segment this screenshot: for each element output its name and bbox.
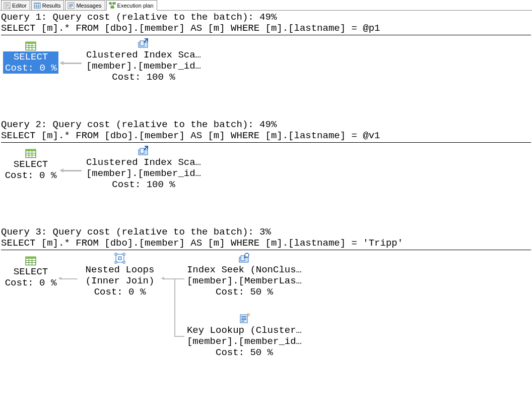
svg-rect-58 <box>241 321 244 322</box>
plan-node-seek-object: [member].[MemberLas… <box>186 275 302 286</box>
plan-node-nested-loops[interactable]: Nested Loops (Inner Join) Cost: 0 % <box>80 252 160 298</box>
plan-node-select[interactable]: SELECT Cost: 0 % <box>3 41 58 74</box>
tab-results[interactable]: Results <box>31 0 64 10</box>
plan-arrow <box>174 336 184 337</box>
query-1-sql: SELECT [m].* FROM [dbo].[member] AS [m] … <box>0 23 532 35</box>
messages-tab-icon <box>68 2 75 9</box>
clustered-index-scan-icon <box>138 145 150 157</box>
table-icon <box>25 256 36 266</box>
plan-node-scan-object: [member].[member_id… <box>86 168 202 179</box>
plan-node-select-cost: Cost: 0 % <box>3 277 58 288</box>
plan-arrow-head <box>59 168 63 172</box>
svg-rect-27 <box>140 41 144 46</box>
query-2-sql: SELECT [m].* FROM [dbo].[member] AS [m] … <box>0 130 532 142</box>
query-3-header: Query 3: Query cost (relative to the bat… <box>0 225 532 238</box>
plan-node-seek-cost: Cost: 50 % <box>186 286 302 298</box>
plan-node-nested-cost: Cost: 0 % <box>80 286 160 298</box>
plan-node-scan-label: Clustered Index Sca… <box>86 49 202 61</box>
tab-bar: Editor Results Messages <box>0 0 532 11</box>
plan-node-select-cost: Cost: 0 % <box>3 63 58 74</box>
svg-line-18 <box>110 4 112 7</box>
plan-node-index-seek[interactable]: Index Seek (NonClus… [member].[MemberLas… <box>186 252 302 298</box>
query-3-diagram: SELECT Cost: 0 % Nested Loops (Inner Joi… <box>0 252 532 376</box>
tab-execution-plan[interactable]: Execution plan <box>106 0 157 11</box>
query-3-section: Query 3: Query cost (relative to the bat… <box>0 225 532 376</box>
divider <box>1 35 531 35</box>
plan-node-select-label: SELECT <box>3 266 58 277</box>
execution-plan-pane: Query 1: Query cost (relative to the bat… <box>0 11 532 376</box>
plan-node-scan-label: Clustered Index Sca… <box>86 157 202 168</box>
svg-rect-16 <box>113 3 115 4</box>
plan-node-scan-cost: Cost: 100 % <box>86 179 202 190</box>
plan-node-lookup-object: [member].[member_id… <box>186 336 302 347</box>
svg-rect-44 <box>118 257 121 260</box>
svg-rect-54 <box>240 315 247 323</box>
plan-node-clustered-index-scan[interactable]: Clustered Index Sca… [member].[member_id… <box>86 37 202 83</box>
plan-node-select[interactable]: SELECT Cost: 0 % <box>3 256 58 288</box>
table-icon <box>25 149 36 159</box>
nested-loops-icon <box>114 252 126 264</box>
plan-node-lookup-cost: Cost: 50 % <box>186 347 302 358</box>
clustered-index-scan-icon <box>138 37 150 49</box>
plan-arrow <box>61 278 78 279</box>
svg-rect-10 <box>68 3 74 9</box>
svg-point-51 <box>245 253 249 257</box>
plan-node-select-cost: Cost: 0 % <box>3 170 58 181</box>
plan-arrow <box>63 170 82 171</box>
plan-node-select[interactable]: SELECT Cost: 0 % <box>3 149 58 181</box>
table-icon <box>25 41 36 51</box>
query-1-header: Query 1: Query cost (relative to the bat… <box>0 11 532 23</box>
svg-rect-15 <box>109 3 111 4</box>
key-lookup-icon <box>238 313 250 325</box>
svg-rect-6 <box>34 3 40 4</box>
svg-rect-36 <box>140 148 144 153</box>
plan-node-nested-sub: (Inner Join) <box>80 275 160 286</box>
query-1-diagram: SELECT Cost: 0 % Clustered Index Sca… [m… <box>0 37 532 118</box>
query-1-section: Query 1: Query cost (relative to the bat… <box>0 11 532 118</box>
plan-node-clustered-index-scan[interactable]: Clustered Index Sca… [member].[member_id… <box>86 145 202 190</box>
svg-rect-55 <box>241 316 246 317</box>
plan-node-select-label: SELECT <box>3 51 58 63</box>
svg-rect-56 <box>241 318 246 319</box>
divider <box>1 250 531 250</box>
svg-rect-57 <box>241 319 246 320</box>
results-tab-icon <box>34 2 41 9</box>
query-2-header: Query 2: Query cost (relative to the bat… <box>0 118 532 130</box>
plan-node-lookup-label: Key Lookup (Cluster… <box>186 325 302 336</box>
index-seek-icon <box>238 252 250 264</box>
plan-arrow-head <box>59 61 63 65</box>
tab-results-label: Results <box>42 3 61 9</box>
editor-tab-icon <box>4 2 11 9</box>
plan-node-select-label: SELECT <box>3 159 58 170</box>
svg-rect-30 <box>26 149 36 151</box>
svg-line-19 <box>112 4 114 7</box>
plan-node-nested-label: Nested Loops <box>80 264 160 275</box>
plan-arrow <box>63 63 82 64</box>
tab-messages-label: Messages <box>76 3 101 9</box>
svg-rect-21 <box>26 42 36 44</box>
tab-editor[interactable]: Editor <box>1 0 30 10</box>
svg-rect-39 <box>26 257 36 259</box>
plan-node-key-lookup[interactable]: Key Lookup (Cluster… [member].[member_id… <box>186 313 302 358</box>
plan-node-scan-object: [member].[member_id… <box>86 61 202 72</box>
tab-messages[interactable]: Messages <box>65 0 105 10</box>
query-2-diagram: SELECT Cost: 0 % Clustered Index Sca… [m… <box>0 145 532 225</box>
svg-rect-17 <box>111 7 114 8</box>
tab-editor-label: Editor <box>12 3 27 9</box>
plan-arrow-head <box>58 277 61 280</box>
query-3-sql: SELECT [m].* FROM [dbo].[member] AS [m] … <box>0 238 532 250</box>
plan-tab-icon <box>109 2 116 9</box>
tab-plan-label: Execution plan <box>117 3 154 9</box>
query-2-section: Query 2: Query cost (relative to the bat… <box>0 118 532 225</box>
divider <box>1 142 531 143</box>
plan-arrow-head <box>161 277 164 280</box>
plan-arrow-vertical <box>174 279 175 337</box>
plan-node-scan-cost: Cost: 100 % <box>86 72 202 83</box>
plan-node-seek-label: Index Seek (NonClus… <box>186 264 302 275</box>
